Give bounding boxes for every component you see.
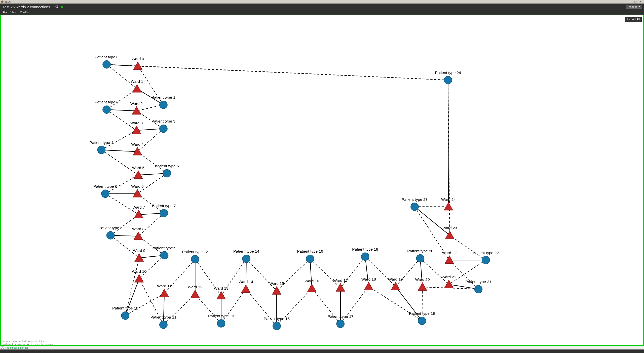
menu-view[interactable]: View (11, 11, 17, 14)
os-titlebar: BEDS — ❐ ✕ (0, 0, 644, 4)
app-icon (1, 1, 4, 3)
close-button[interactable]: ✕ (638, 1, 643, 3)
menu-bar: File View Credits (0, 10, 644, 15)
maximize-button[interactable]: ❐ (633, 1, 638, 3)
menu-file[interactable]: File (3, 11, 7, 14)
app-label: BEDS (5, 1, 11, 3)
document-title: Test 25 wards 2 connections (3, 5, 50, 9)
gear-icon[interactable]: ⚙ (55, 5, 58, 9)
menu-credits[interactable]: Credits (20, 11, 29, 14)
inspect-dropdown[interactable]: Inspect (626, 5, 641, 9)
play-icon[interactable]: ▶ (61, 5, 64, 9)
minimize-button[interactable]: — (628, 1, 633, 3)
app-header: Test 25 wards 2 connections ⚙ ▶ Inspect (0, 4, 644, 10)
